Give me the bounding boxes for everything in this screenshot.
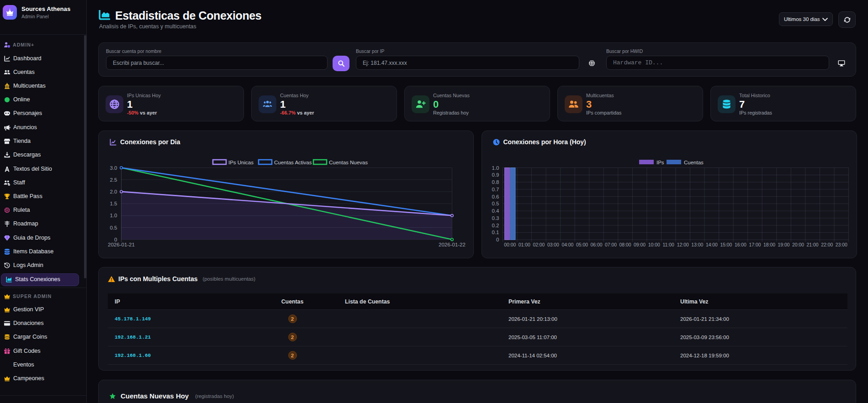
svg-text:2.5: 2.5 <box>110 177 117 182</box>
svg-text:0.9: 0.9 <box>492 172 499 178</box>
svg-text:0.2: 0.2 <box>492 222 499 228</box>
svg-text:00:00: 00:00 <box>504 242 516 247</box>
svg-text:0.5: 0.5 <box>110 225 117 230</box>
svg-text:21:00: 21:00 <box>806 242 818 247</box>
svg-text:2026-01-22: 2026-01-22 <box>439 242 466 247</box>
svg-text:20:00: 20:00 <box>792 242 804 247</box>
svg-text:16:00: 16:00 <box>734 242 746 247</box>
svg-text:0.3: 0.3 <box>492 215 499 220</box>
svg-text:Cuentas Nuevas: Cuentas Nuevas <box>329 160 368 165</box>
svg-text:10:00: 10:00 <box>648 242 660 247</box>
svg-text:08:00: 08:00 <box>619 242 631 247</box>
svg-text:12:00: 12:00 <box>677 242 688 247</box>
svg-text:0.8: 0.8 <box>492 179 499 185</box>
svg-text:1.0: 1.0 <box>110 213 117 218</box>
svg-text:09:00: 09:00 <box>634 242 646 247</box>
svg-text:01:00: 01:00 <box>518 242 530 247</box>
svg-text:IPs Unicas: IPs Unicas <box>228 160 254 165</box>
svg-text:3.0: 3.0 <box>110 165 117 170</box>
svg-text:03:00: 03:00 <box>547 242 559 247</box>
svg-text:14:00: 14:00 <box>705 242 717 247</box>
svg-text:13:00: 13:00 <box>691 242 703 247</box>
svg-text:2.0: 2.0 <box>110 188 117 194</box>
svg-text:0.6: 0.6 <box>492 194 499 199</box>
svg-text:07:00: 07:00 <box>605 242 617 247</box>
svg-text:0.7: 0.7 <box>492 186 499 192</box>
svg-text:06:00: 06:00 <box>590 242 602 247</box>
svg-text:0.5: 0.5 <box>492 201 499 206</box>
svg-text:0: 0 <box>114 236 117 242</box>
svg-text:19:00: 19:00 <box>778 242 789 247</box>
svg-text:11:00: 11:00 <box>662 242 674 247</box>
svg-text:23:00: 23:00 <box>835 242 847 247</box>
svg-text:1.0: 1.0 <box>492 165 499 170</box>
svg-text:02:00: 02:00 <box>533 242 545 247</box>
svg-text:IPs: IPs <box>656 160 664 165</box>
svg-text:17:00: 17:00 <box>749 242 761 247</box>
svg-text:0.1: 0.1 <box>492 230 499 235</box>
svg-text:22:00: 22:00 <box>821 242 833 247</box>
svg-text:Cuentas: Cuentas <box>684 160 704 165</box>
svg-text:15:00: 15:00 <box>720 242 732 247</box>
svg-text:2026-01-21: 2026-01-21 <box>108 242 135 247</box>
svg-text:0.4: 0.4 <box>492 208 499 214</box>
svg-text:18:00: 18:00 <box>763 242 775 247</box>
svg-text:Cuentas Activas: Cuentas Activas <box>274 160 312 165</box>
svg-text:05:00: 05:00 <box>576 242 587 247</box>
svg-text:04:00: 04:00 <box>561 242 573 247</box>
svg-text:0: 0 <box>496 237 499 242</box>
svg-text:1.5: 1.5 <box>110 201 117 206</box>
